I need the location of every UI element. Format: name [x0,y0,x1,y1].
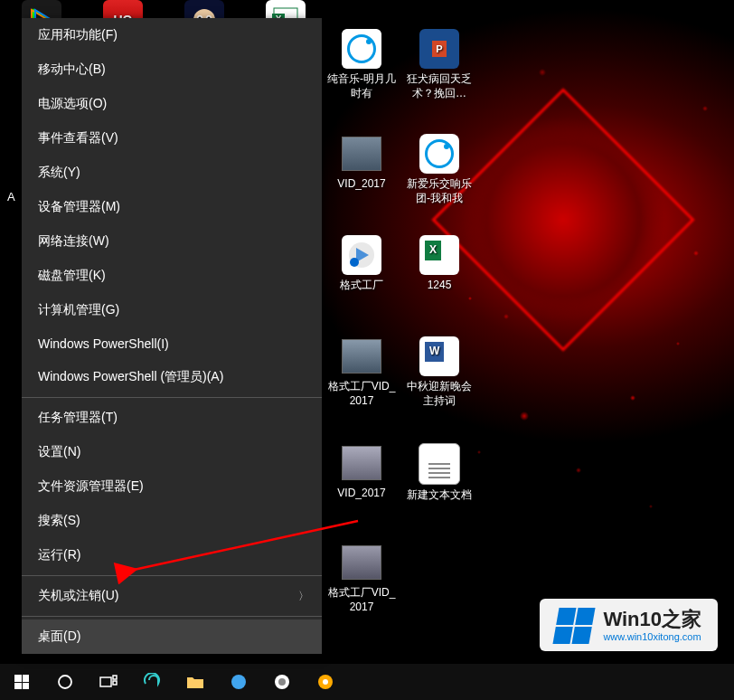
watermark: Win10之家 www.win10xitong.com [540,599,718,651]
svg-point-11 [59,676,71,688]
taskbar-browser[interactable] [217,664,260,700]
icon-geshi-factory[interactable]: 格式工厂 [327,235,396,293]
menu-powershell[interactable]: Windows PowerShell(I) [22,327,322,360]
windows-logo-icon [14,675,29,689]
menu-shutdown-signout[interactable]: 关机或注销(U)〉 [22,579,322,613]
menu-powershell-admin[interactable]: Windows PowerShell (管理员)(A) [22,360,322,394]
icon-vid-2017c[interactable]: VID_2017 [327,443,396,501]
menu-power-options[interactable]: 电源选项(O) [22,87,322,121]
menu-desktop[interactable]: 桌面(D) [22,620,322,654]
svg-rect-14 [113,681,117,685]
desktop[interactable]: A UO X 纯音乐-明月几时有 VID_2017 格式工厂 格式工厂VID_2… [0,0,734,700]
menu-separator [22,575,322,576]
menu-search[interactable]: 搜索(S) [22,504,322,538]
icon-excel-1245[interactable]: 1245 [405,235,474,293]
icon-word-zhongqiu[interactable]: 中秋迎新晚会主持词 [405,336,474,408]
taskbar-edge[interactable] [130,664,174,700]
menu-network-connections[interactable]: 网络连接(W) [22,224,322,259]
taskbar-app[interactable] [260,664,304,700]
menu-task-manager[interactable]: 任务管理器(T) [22,401,322,435]
menu-run[interactable]: 运行(R) [22,538,322,572]
svg-point-15 [231,675,246,689]
taskbar-app2[interactable] [304,664,347,700]
icon-audio-2[interactable]: 新爱乐交响乐团-我和我 [405,134,474,205]
menu-apps-features[interactable]: 应用和功能(F) [22,18,322,52]
icon-vid-2017a[interactable]: VID_2017 [327,134,396,192]
menu-event-viewer[interactable]: 事件查看器(V) [22,121,322,156]
icon-audio-1[interactable]: 纯音乐-明月几时有 [327,29,396,100]
icon-vid-2017b[interactable]: 格式工厂VID_2017 [327,336,396,408]
taskbar[interactable] [0,664,734,700]
svg-point-17 [278,678,286,686]
svg-point-9 [350,258,359,267]
winx-context-menu: 应用和功能(F) 移动中心(B) 电源选项(O) 事件查看器(V) 系统(Y) … [22,18,322,654]
watermark-title: Win10之家 [603,610,701,629]
icon-vid-2017d[interactable]: 格式工厂VID_2017 [327,543,396,614]
menu-separator [22,616,322,617]
menu-device-manager[interactable]: 设备管理器(M) [22,190,322,224]
chevron-right-icon: 〉 [298,589,309,604]
menu-computer-management[interactable]: 计算机管理(G) [22,293,322,327]
watermark-url: www.win10xitong.com [603,631,701,642]
svg-rect-12 [100,677,111,686]
svg-point-19 [323,679,328,685]
menu-file-explorer[interactable]: 文件资源管理器(E) [22,469,322,504]
svg-rect-13 [113,676,117,679]
menu-separator [22,397,322,398]
start-button[interactable] [0,664,43,700]
cortana-button[interactable] [43,664,87,700]
menu-system[interactable]: 系统(Y) [22,156,322,190]
menu-disk-management[interactable]: 磁盘管理(K) [22,259,322,293]
menu-settings[interactable]: 设置(N) [22,435,322,469]
windows-logo-icon [553,608,596,644]
task-view-button[interactable] [87,664,130,700]
icon-ppt-kuangquan[interactable]: P狂犬病回天乏术？挽回… [405,29,474,100]
icon-txt-new[interactable]: 新建文本文档 [405,443,474,503]
taskbar-explorer[interactable] [174,664,217,700]
menu-mobility-center[interactable]: 移动中心(B) [22,52,322,87]
